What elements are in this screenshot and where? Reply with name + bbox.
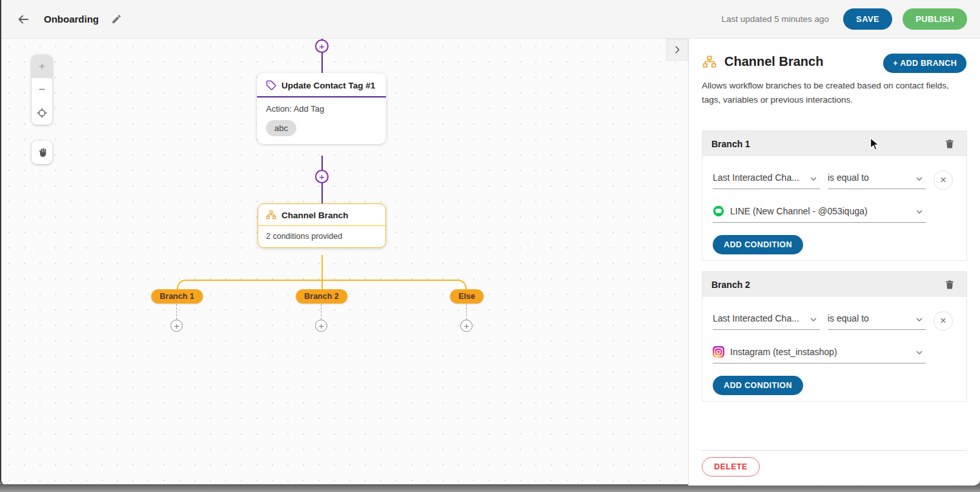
screen: Onboarding Last updated 5 minutes ago SA… [0, 0, 980, 492]
operator-select-value: is equal to [828, 172, 869, 183]
field-select-value: Last Interacted Cha... [713, 313, 799, 323]
node-title: Channel Branch [281, 210, 349, 220]
field-select[interactable]: Last Interacted Cha... [713, 311, 820, 330]
branch-card-header: Branch 1 [702, 131, 966, 156]
tag-icon [266, 80, 276, 90]
branch-icon [266, 210, 276, 220]
node-conditions-text: 2 conditions provided [258, 226, 385, 247]
chevron-down-icon [914, 207, 924, 217]
dashed-connector [466, 304, 467, 320]
pencil-icon [111, 14, 122, 25]
node-header: Update Contact Tag #1 [257, 73, 386, 97]
config-panel: Channel Branch + ADD BRANCH Allows workf… [688, 39, 980, 486]
delete-branch-button[interactable] [942, 277, 957, 292]
branch-card-header: Branch 2 [702, 272, 966, 297]
topbar: Onboarding Last updated 5 minutes ago SA… [1, 0, 980, 39]
add-condition-button[interactable]: ADD CONDITION [713, 376, 803, 395]
delete-step-button[interactable]: DELETE [702, 457, 760, 477]
node-title: Update Contact Tag #1 [281, 81, 375, 90]
branch-card-2: Branch 2 Last Interacted Cha... is equal… [702, 271, 967, 402]
chevron-right-icon [672, 45, 682, 55]
back-button[interactable] [14, 10, 32, 28]
chevron-down-icon [914, 314, 924, 325]
dashed-connector [176, 304, 177, 320]
channel-select-value: LINE (New Channel - @053iquga) [730, 206, 868, 216]
delete-branch-button[interactable] [942, 136, 957, 152]
panel-title: Channel Branch [724, 54, 823, 69]
channel-select[interactable]: Instagram (test_instashop) [713, 346, 926, 364]
publish-button[interactable]: PUBLISH [903, 8, 967, 30]
chevron-down-icon [808, 174, 819, 184]
chevron-down-icon [914, 347, 924, 358]
node-update-contact-tag[interactable]: Update Contact Tag #1 Action: Add Tag ab… [257, 73, 386, 144]
zoom-in-button[interactable]: + [32, 55, 52, 78]
minus-icon: − [39, 83, 45, 96]
condition-row: Last Interacted Cha... is equal to × [702, 156, 966, 190]
collapse-panel-button[interactable] [666, 39, 688, 61]
channel-select-value: Instagram (test_instashop) [730, 347, 837, 357]
node-channel-branch[interactable]: Channel Branch 2 conditions provided [258, 203, 386, 248]
instagram-icon [713, 346, 724, 358]
dashed-connector [321, 304, 322, 320]
add-step-branch-1-button[interactable]: + [170, 320, 183, 332]
branch-connector [177, 280, 467, 290]
add-step-button-middle[interactable]: + [315, 170, 329, 183]
branch-card-1: Branch 1 Last Interacted Cha... is equal… [702, 130, 967, 261]
operator-select[interactable]: is equal to [828, 311, 926, 330]
node-body: Action: Add Tag abc [257, 97, 386, 144]
workflow-title: Onboarding [44, 14, 99, 25]
add-step-else-button[interactable]: + [460, 320, 473, 332]
trash-icon [944, 279, 955, 290]
add-condition-button[interactable]: ADD CONDITION [713, 235, 803, 254]
branch-name: Branch 1 [711, 139, 750, 149]
node-header: Channel Branch [258, 204, 385, 226]
condition-row: Last Interacted Cha... is equal to × [702, 297, 966, 331]
chevron-down-icon [914, 174, 924, 184]
remove-condition-button[interactable]: × [934, 311, 953, 331]
field-select-value: Last Interacted Cha... [713, 172, 799, 183]
field-select[interactable]: Last Interacted Cha... [713, 170, 820, 189]
add-step-button-top[interactable]: + [315, 39, 329, 53]
branch-pill-else[interactable]: Else [450, 289, 484, 303]
hand-icon [37, 147, 48, 158]
save-button[interactable]: SAVE [843, 8, 892, 30]
branch-name: Branch 2 [711, 280, 750, 290]
pan-tool-button[interactable] [32, 141, 52, 164]
add-branch-button[interactable]: + ADD BRANCH [883, 54, 966, 73]
trash-icon [944, 138, 955, 149]
operator-select-value: is equal to [828, 313, 869, 323]
add-step-branch-2-button[interactable]: + [315, 320, 327, 332]
branch-pill-1[interactable]: Branch 1 [151, 289, 203, 303]
channel-select[interactable]: LINE (New Channel - @053iquga) [713, 205, 926, 223]
branch-icon [702, 55, 717, 69]
plus-icon: + [39, 60, 45, 73]
node-action-text: Action: Add Tag [266, 104, 377, 114]
zoom-out-button[interactable]: − [32, 78, 52, 101]
remove-condition-button[interactable]: × [934, 170, 953, 190]
crosshair-icon [36, 107, 48, 119]
branch-pill-2[interactable]: Branch 2 [296, 289, 347, 303]
last-updated-text: Last updated 5 minutes ago [721, 14, 829, 24]
panel-divider [702, 450, 966, 451]
back-arrow-icon [16, 12, 30, 26]
workflow-canvas[interactable]: + − + + [1, 39, 688, 486]
chevron-down-icon [808, 314, 819, 325]
panel-description: Allows workflow branches to be created b… [702, 79, 968, 108]
zoom-controls: + − [32, 55, 52, 125]
center-view-button[interactable] [32, 101, 52, 125]
operator-select[interactable]: is equal to [828, 170, 926, 189]
panel-header: Channel Branch [702, 54, 823, 69]
tag-chip: abc [266, 120, 296, 136]
edit-title-button[interactable] [108, 11, 125, 28]
line-icon [713, 205, 724, 217]
app-window: Onboarding Last updated 5 minutes ago SA… [0, 0, 980, 486]
